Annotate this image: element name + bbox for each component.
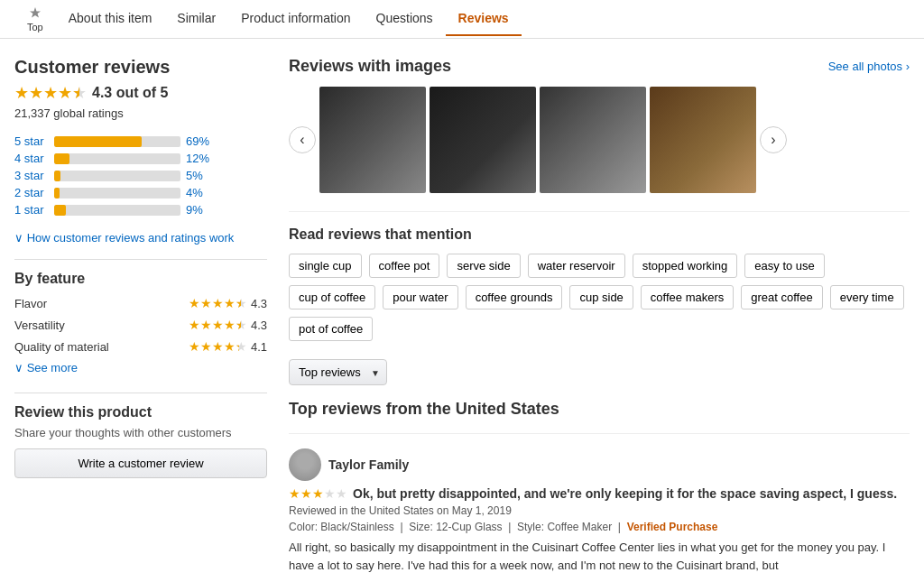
tag-coffee-grounds[interactable]: coffee grounds [466,285,563,309]
top-nav: Top About this item Similar Product info… [0,0,924,39]
reviewer-row: Taylor Family [289,448,910,481]
bar-pct-1: 9% [186,203,203,217]
bar-pct-5: 69% [186,134,209,148]
feature-quality: Quality of material ★★★★ ★ ★ 4.1 [14,339,267,354]
review-image-4[interactable] [650,87,756,193]
star-bar-4: 4 star 12% [14,152,267,165]
review-image-2[interactable] [430,87,536,193]
feature-quality-num: 4.1 [251,340,267,354]
section-divider-1 [289,211,910,212]
tag-cup-side[interactable]: cup side [569,285,633,309]
feature-versatility-stars: ★★★★ ★ ★ [189,318,247,332]
main-layout: Customer reviews ★ ★ ★ ★ ★ ★ 4.3 out of … [0,39,924,582]
tag-coffee-makers[interactable]: coffee makers [641,285,734,309]
global-ratings: 21,337 global ratings [14,106,267,120]
reviews-dropdown-wrapper: Top reviews Most recent Top critical [289,359,910,385]
star-3-label[interactable]: 3 star [14,169,49,182]
review-image-3[interactable] [540,87,646,193]
tag-coffee-pot[interactable]: coffee pot [369,254,440,278]
tag-water-reservoir[interactable]: water reservoir [528,254,625,278]
star-bar-3: 3 star 5% [14,169,267,182]
tag-serve-side[interactable]: serve side [447,254,520,278]
by-feature-title: By feature [14,271,267,287]
nav-item-similar[interactable]: Similar [164,2,228,36]
reviews-images-title: Reviews with images [289,57,451,76]
feature-quality-stars: ★★★★ ★ ★ [189,339,247,354]
star-bars: 5 star 69% 4 star 12% 3 star 5% [14,134,267,217]
star-bar-1: 1 star 9% [14,203,267,217]
star-2-label[interactable]: 2 star [14,186,49,199]
star-1-label[interactable]: 1 star [14,203,49,217]
tag-easy-to-use[interactable]: easy to use [744,254,825,278]
bar-bg-5 [54,136,180,147]
review-stars-row: ★ ★ ★ ★ ★ Ok, but pretty disappointed, a… [289,486,910,501]
overall-rating: 4.3 out of 5 [92,85,168,101]
reviews-images-header: Reviews with images See all photos › [289,57,910,76]
top-icon [28,5,42,20]
feature-versatility-rating: ★★★★ ★ ★ 4.3 [189,318,267,332]
bar-pct-4: 12% [186,152,209,165]
nav-item-product-info[interactable]: Product information [228,2,363,36]
nav-top-label: Top [27,22,43,32]
stars-row: ★ ★ ★ ★ ★ ★ 4.3 out of 5 [14,83,267,103]
tag-every-time[interactable]: every time [830,285,904,309]
bar-bg-2 [54,188,180,199]
strip-prev-button[interactable]: ‹ [289,126,316,153]
reviews-sort-dropdown[interactable]: Top reviews Most recent Top critical [289,359,387,385]
nav-item-top[interactable]: Top [14,0,56,38]
feature-versatility-name: Versatility [14,319,65,332]
see-all-photos-link[interactable]: See all photos › [828,60,910,73]
feature-versatility: Versatility ★★★★ ★ ★ 4.3 [14,318,267,332]
star-5-label[interactable]: 5 star [14,134,49,148]
left-panel: Customer reviews ★ ★ ★ ★ ★ ★ 4.3 out of … [14,57,267,582]
feature-versatility-num: 4.3 [251,319,267,332]
reviewer-name: Taylor Family [328,457,409,472]
bar-fill-2 [54,188,60,199]
bar-pct-2: 4% [186,186,203,199]
nav-item-questions[interactable]: Questions [364,2,446,36]
bar-pct-3: 5% [186,169,203,182]
nav-item-reviews[interactable]: Reviews [446,2,522,36]
review-body: All right, so basically my disappointmen… [289,539,910,574]
bar-fill-4 [54,153,69,164]
feature-flavor-num: 4.3 [251,297,267,310]
feature-flavor-name: Flavor [14,297,47,310]
mention-tags: single cup coffee pot serve side water r… [289,254,910,341]
verified-badge: Verified Purchase [627,521,718,533]
tag-stopped-working[interactable]: stopped working [633,254,738,278]
divider-1 [14,259,267,260]
bar-bg-3 [54,171,180,181]
review-product-title: Review this product [14,404,267,420]
feature-flavor-rating: ★★★★ ★ ★ 4.3 [189,296,267,310]
read-reviews-title: Read reviews that mention [289,226,910,243]
star-4-label[interactable]: 4 star [14,152,49,165]
tag-great-coffee[interactable]: great coffee [741,285,822,309]
nav-item-about[interactable]: About this item [56,2,165,36]
review-stars: ★ ★ ★ ★ ★ [289,486,347,501]
feature-flavor-stars: ★★★★ ★ ★ [189,296,247,310]
tag-cup-of-coffee[interactable]: cup of coffee [289,285,375,309]
strip-next-button[interactable]: › [760,126,787,153]
divider-2 [14,393,267,393]
star-bar-2: 2 star 4% [14,186,267,199]
avatar-image [289,448,321,481]
reviews-sort-select[interactable]: Top reviews Most recent Top critical [289,359,387,385]
review-date: Reviewed in the United States on May 1, … [289,504,910,517]
review-image-1[interactable] [319,87,426,193]
tag-pot-of-coffee[interactable]: pot of coffee [289,317,373,341]
write-review-button[interactable]: Write a customer review [14,448,267,478]
image-strip: ‹ › [289,87,910,193]
share-thoughts: Share your thoughts with other customers [14,426,267,439]
bar-fill-1 [54,205,66,216]
see-more-link[interactable]: ∨ See more [14,361,267,374]
overall-stars: ★ ★ ★ ★ ★ ★ [14,83,87,103]
tag-pour-water[interactable]: pour water [383,285,457,309]
tag-single-cup[interactable]: single cup [289,254,362,278]
reviewer-avatar [289,448,321,481]
bar-bg-1 [54,205,180,216]
how-ratings-link[interactable]: ∨ How customer reviews and ratings work [14,231,267,245]
section-divider-2 [289,433,910,434]
bar-fill-5 [54,136,142,147]
bar-bg-4 [54,153,180,164]
right-panel: Reviews with images See all photos › ‹ ›… [289,57,910,582]
